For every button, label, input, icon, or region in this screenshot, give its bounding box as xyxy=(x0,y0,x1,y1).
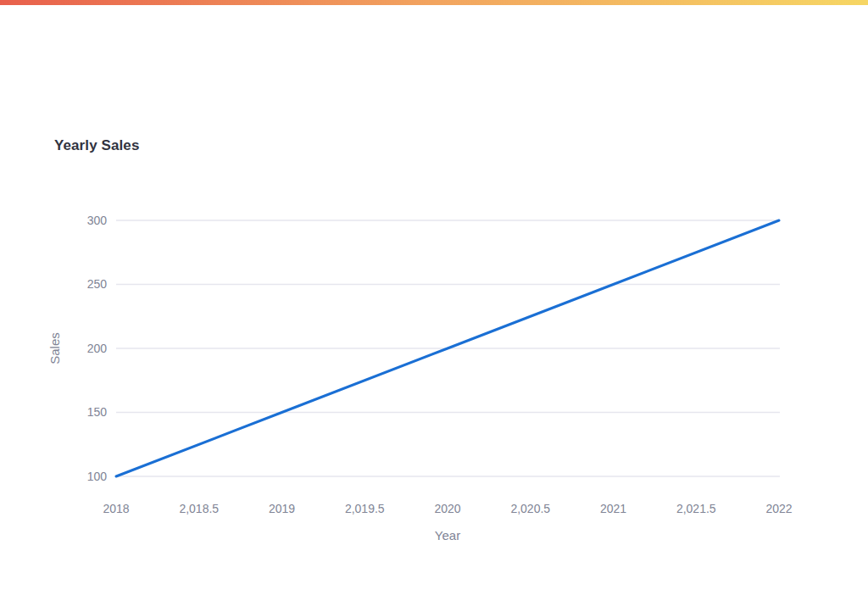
y-axis-tick-labels: 100150200250300 xyxy=(87,214,108,483)
y-tick-label: 150 xyxy=(87,405,108,419)
y-tick-label: 100 xyxy=(87,470,108,483)
x-tick-label: 2,019.5 xyxy=(345,502,385,515)
x-tick-label: 2020 xyxy=(434,502,460,515)
y-tick-label: 200 xyxy=(87,342,108,355)
x-tick-label: 2,018.5 xyxy=(179,502,219,515)
x-tick-label: 2022 xyxy=(765,502,792,515)
line-chart: 100150200250300 20182,018.520192,019.520… xyxy=(0,0,868,612)
x-tick-label: 2,020.5 xyxy=(510,502,550,515)
x-axis-tick-labels: 20182,018.520192,019.520202,020.520212,0… xyxy=(103,502,792,515)
y-tick-label: 250 xyxy=(87,277,108,291)
x-axis-title: Year xyxy=(435,528,460,542)
x-tick-label: 2018 xyxy=(103,502,129,515)
x-tick-label: 2019 xyxy=(269,502,295,515)
x-tick-label: 2021 xyxy=(600,502,626,515)
x-tick-label: 2,021.5 xyxy=(676,502,716,515)
chart-canvas[interactable]: 100150200250300 20182,018.520192,019.520… xyxy=(0,0,868,612)
y-tick-label: 300 xyxy=(87,214,108,227)
y-axis-title: Sales xyxy=(47,332,62,364)
